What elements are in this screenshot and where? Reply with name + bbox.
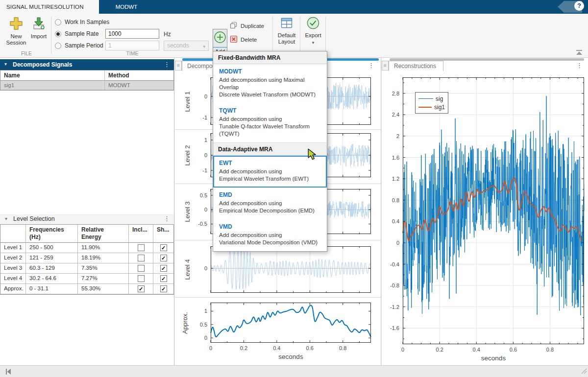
kebab-menu-icon[interactable]: ⋮	[576, 62, 583, 69]
checkbox-unchecked[interactable]	[138, 275, 145, 282]
svg-text:1: 1	[204, 137, 207, 143]
checkbox-unchecked[interactable]	[138, 255, 145, 261]
collapse-left-icon[interactable]	[4, 368, 12, 377]
sample-rate-radio[interactable]: Sample Rate	[55, 30, 98, 37]
svg-text:0.8: 0.8	[339, 345, 346, 351]
menu-item-modwt[interactable]: MODWTAdd decomposition using Maximal Ove…	[213, 64, 327, 103]
checkbox-checked[interactable]: ✓	[138, 285, 145, 292]
relative-energy-cell: 11.90%	[78, 243, 129, 253]
level-label-cell: Level 3	[0, 263, 26, 274]
frequencies-cell: 60.3 - 129	[26, 263, 78, 274]
menu-item-description: Add decomposition using	[219, 200, 322, 207]
relative-energy-cell: 7.35%	[78, 263, 129, 274]
tab-signal-multiresolution-analyzer[interactable]: SIGNAL MULTIRESOLUTION ANALYZER	[0, 0, 99, 14]
sample-period-input	[105, 41, 159, 50]
delete-button[interactable]: Delete	[230, 35, 257, 44]
kebab-menu-icon[interactable]: ⋮	[164, 215, 170, 222]
menu-item-emd[interactable]: EMDAdd decomposition usingEmpirical Mode…	[213, 188, 327, 219]
level4-plot[interactable]: 0	[211, 246, 371, 293]
checkbox-unchecked[interactable]	[138, 265, 145, 272]
circle-plus-icon	[214, 31, 226, 46]
checkbox-checked[interactable]: ✓	[160, 275, 167, 282]
signal-method-cell[interactable]: MODWT	[105, 81, 173, 90]
checkbox-checked[interactable]: ✓	[160, 265, 167, 272]
panel-splitter[interactable]	[381, 58, 381, 365]
sample-period-radio[interactable]: Sample Period	[55, 42, 103, 49]
kebab-menu-icon[interactable]: ⋮	[164, 61, 170, 68]
file-section-label: FILE	[3, 50, 50, 56]
question-icon[interactable]: ?	[574, 1, 584, 11]
resize-grip-icon[interactable]	[581, 367, 587, 376]
signal-name-cell[interactable]: sig1	[0, 81, 105, 90]
radio-icon[interactable]	[55, 43, 61, 49]
legend-entry-sig[interactable]: sig	[418, 94, 445, 103]
panel-splitter[interactable]	[174, 58, 174, 365]
level3-axis-label: Level 3	[184, 197, 191, 227]
table-row[interactable]: Level 2121 - 25918.19%✓	[0, 253, 173, 263]
table-row[interactable]: sig1MODWT	[0, 81, 173, 90]
work-in-samples-radio[interactable]: Work In Samples	[55, 19, 109, 25]
collapse-triangle-icon[interactable]: ▾	[4, 61, 7, 67]
plot-legend[interactable]: sigsig1	[415, 92, 448, 114]
collapse-triangle-icon[interactable]: ▾	[5, 216, 7, 221]
level2-axis-label: Level 2	[184, 141, 191, 170]
mouse-cursor	[307, 148, 318, 162]
checkbox-unchecked[interactable]	[138, 244, 145, 251]
decomposed-signals-header[interactable]: ▾ Decomposed Signals ⋮	[0, 59, 174, 70]
svg-text:0: 0	[396, 240, 399, 246]
new-session-plus-icon	[9, 16, 24, 32]
svg-text:0.2: 0.2	[436, 347, 443, 353]
panel-handle-icon[interactable]: ≡	[382, 61, 389, 71]
svg-text:0: 0	[209, 345, 212, 351]
menu-item-description: Variational Mode Decomposition (VMD)	[219, 239, 322, 246]
approx-plot[interactable]: 00.20.40.60.810.50seconds	[211, 303, 371, 343]
column-header[interactable]: Relative Energy	[78, 225, 129, 243]
column-header[interactable]: Incl...	[129, 225, 153, 243]
table-row[interactable]: Level 430.2 - 64.67.27%✓	[0, 274, 173, 284]
legend-label: sig	[436, 95, 443, 102]
checkbox-cell	[129, 253, 153, 263]
title-bar: SIGNAL MULTIRESOLUTION ANALYZER MODWT ?	[0, 0, 588, 14]
table-row[interactable]: Level 360.3 - 1297.35%✓	[0, 263, 173, 274]
reconstructions-plot[interactable]: 00.20.40.60.82.82.421.61.20.80.40-0.4-0.…	[403, 77, 584, 344]
tab-modwt[interactable]: MODWT	[99, 0, 154, 14]
menu-item-title: EMD	[219, 191, 322, 198]
name-column-header[interactable]: Name	[0, 71, 105, 81]
panel-handle-icon[interactable]: ≡	[175, 61, 182, 71]
svg-text:0.8: 0.8	[392, 197, 399, 203]
data-browser-panel	[0, 58, 174, 365]
duplicate-button[interactable]: Duplicate	[230, 22, 264, 30]
export-button[interactable]: Export ▾	[302, 16, 324, 45]
checkbox-checked[interactable]: ✓	[160, 244, 167, 251]
toolstrip-separator	[300, 17, 300, 54]
checkbox-checked[interactable]: ✓	[160, 285, 167, 292]
menu-item-description: Add decomposition using	[219, 168, 322, 175]
sample-period-unit-select: seconds ▾	[164, 41, 209, 51]
default-layout-button[interactable]: Default Layout	[274, 16, 299, 45]
level-selection-header[interactable]: ▾ Level Selection ⋮	[0, 214, 174, 224]
checkbox-cell	[129, 263, 153, 274]
new-session-button[interactable]: New Session	[4, 16, 28, 46]
sample-rate-input[interactable]	[105, 29, 159, 39]
column-header[interactable]: Frequencies (Hz)	[26, 225, 78, 243]
table-row[interactable]: Approx.0 - 31.155.30%✓✓	[0, 284, 173, 294]
kebab-menu-icon[interactable]: ⋮	[368, 62, 374, 69]
svg-text:1.6: 1.6	[392, 155, 399, 161]
column-header[interactable]: Sh...	[153, 225, 173, 243]
svg-text:0.4: 0.4	[392, 218, 399, 224]
table-header-row: NameMethod	[0, 71, 173, 81]
checkbox-cell: ✓	[153, 284, 173, 294]
radio-icon[interactable]	[55, 19, 61, 25]
menu-item-vmd[interactable]: VMDAdd decomposition usingVariational Mo…	[213, 219, 327, 251]
collapse-toolstrip-button[interactable]	[575, 48, 583, 57]
checkbox-checked[interactable]: ✓	[160, 255, 167, 261]
frequencies-cell: 121 - 259	[26, 253, 78, 263]
menu-item-tqwt[interactable]: TQWTAdd decomposition usingTunable Q-fac…	[213, 103, 327, 142]
column-header[interactable]	[0, 225, 26, 243]
method-column-header[interactable]: Method	[105, 71, 173, 81]
radio-selected-icon[interactable]	[55, 31, 61, 37]
import-button[interactable]: Import	[28, 16, 49, 40]
legend-entry-sig1[interactable]: sig1	[418, 103, 445, 111]
table-row[interactable]: Level 1250 - 50011.90%✓	[0, 243, 173, 253]
tab-reconstructions[interactable]: Reconstructions	[389, 61, 443, 71]
